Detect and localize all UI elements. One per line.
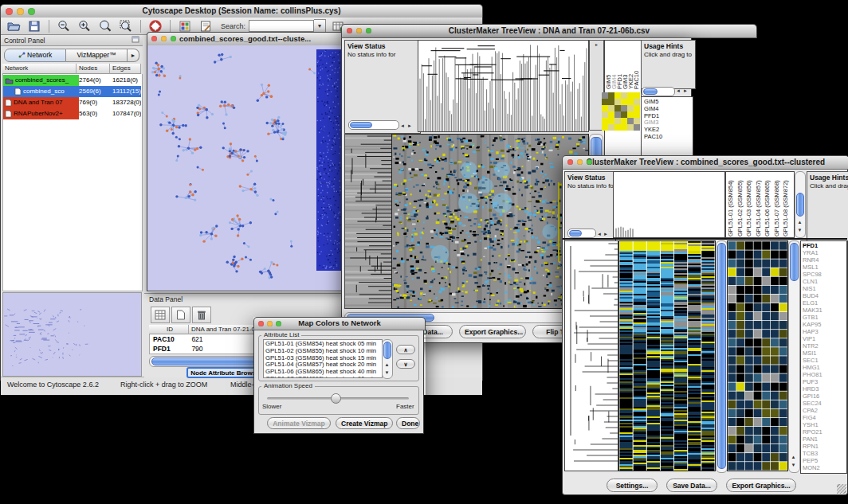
matrix-cell[interactable]: [614, 124, 621, 131]
close-icon[interactable]: [258, 321, 264, 326]
animate-vizmap-button[interactable]: Animate Vizmap: [267, 417, 331, 429]
column-label[interactable]: GPL51-02 (GSM855): [737, 173, 747, 236]
gene-label[interactable]: RNR4: [801, 256, 846, 264]
close-icon[interactable]: [6, 8, 13, 15]
gene-label[interactable]: PEP5: [801, 457, 846, 464]
open-file-icon[interactable]: [5, 18, 22, 34]
move-down-button[interactable]: ∨: [396, 359, 415, 369]
close-icon[interactable]: [151, 36, 157, 41]
delete-attribute-icon[interactable]: [192, 307, 211, 323]
column-label[interactable]: GPL51-06 (GSM865): [764, 173, 774, 236]
gene-label[interactable]: HMG1: [801, 364, 846, 371]
search-input[interactable]: [249, 20, 314, 32]
view-status-scrollbar[interactable]: [567, 229, 596, 238]
attribute-item[interactable]: GPL51-04 (GSM857) heat shock 20 min: [264, 361, 382, 369]
matrix-cell[interactable]: [621, 99, 627, 105]
matrix-cell[interactable]: [602, 105, 608, 111]
attribute-item[interactable]: GPL51-02 (GSM855) heat shock 10 min: [264, 348, 382, 355]
minimize-icon[interactable]: [577, 159, 583, 165]
attribute-list-scrollbar[interactable]: ▲ ▼: [382, 339, 393, 379]
column-label[interactable]: GPL51-04 (GSM857): [756, 173, 765, 236]
animation-slider-thumb[interactable]: [331, 393, 341, 404]
data-column-id[interactable]: ID: [149, 325, 189, 334]
scroll-left-icon[interactable]: ◄: [399, 122, 406, 130]
maximize-icon[interactable]: [28, 8, 35, 15]
tab-vizmapper[interactable]: VizMapper™: [66, 49, 128, 62]
treeview1-row-dendrogram[interactable]: [344, 134, 392, 309]
scroll-up-icon[interactable]: ▲: [383, 361, 391, 369]
gene-label[interactable]: HAP3: [801, 328, 846, 335]
done-button[interactable]: Done: [396, 417, 420, 429]
matrix-cell[interactable]: [602, 92, 608, 99]
treeview1-heatmap[interactable]: [391, 134, 589, 309]
treeview2-zoom-heatmap[interactable]: [727, 240, 788, 471]
export-graphics-button[interactable]: Export Graphics...: [459, 325, 526, 338]
minimize-icon[interactable]: [161, 36, 167, 41]
network-row-dna-tran[interactable]: DNA and Tran 07 769(0) 183728(0): [3, 97, 141, 108]
gene-label[interactable]: HRD3: [801, 385, 846, 393]
matrix-cell[interactable]: [627, 99, 634, 105]
labels-pane-vscrollbar[interactable]: ▲ ▼: [795, 171, 806, 238]
gene-label[interactable]: MSI1: [801, 350, 846, 357]
column-header-edges[interactable]: Edges: [110, 64, 141, 74]
gene-label[interactable]: PFD1: [801, 242, 846, 249]
attribute-item[interactable]: GPL51-03 (GSM856) heat shock 15 min: [264, 355, 382, 362]
treeview2-column-dendrogram-area[interactable]: [613, 171, 725, 238]
column-header-nodes[interactable]: Nodes: [77, 64, 110, 74]
gene-label[interactable]: CLN1: [801, 278, 846, 285]
zoom-selected-icon[interactable]: [117, 18, 135, 34]
gene-label[interactable]: PUF3: [801, 378, 846, 385]
settings-button[interactable]: Settings...: [607, 479, 658, 492]
matrix-cell[interactable]: [608, 118, 614, 124]
gene-label[interactable]: CPA2: [801, 407, 846, 414]
network-canvas[interactable]: [147, 45, 344, 291]
matrix-cell[interactable]: [627, 92, 634, 99]
matrix-cell[interactable]: [614, 105, 621, 111]
gene-label[interactable]: RPO21: [801, 428, 846, 436]
network-row-combined-sco-selected[interactable]: combined_sco 2569(6) 13112(15): [3, 86, 141, 97]
zoom-fit-icon[interactable]: [96, 18, 114, 34]
scroll-down-icon[interactable]: ▼: [790, 461, 797, 469]
matrix-cell[interactable]: [627, 124, 634, 131]
treeview2-row-dendrogram[interactable]: [564, 240, 618, 471]
usage-hints-scrollbar[interactable]: [642, 87, 675, 96]
gene-label[interactable]: RPN1: [801, 443, 846, 450]
search-dropdown-icon[interactable]: ▾: [314, 19, 326, 33]
similarity-matrix[interactable]: [602, 92, 640, 131]
matrix-cell[interactable]: [602, 111, 608, 118]
column-label[interactable]: YKE2: [628, 41, 634, 89]
matrix-cell[interactable]: [608, 111, 614, 118]
column-label[interactable]: GPL51-08 (GSM872): [783, 173, 792, 236]
matrix-cell[interactable]: [634, 92, 640, 99]
attribute-item[interactable]: GPL51-07 (GSM868) heat shock 60 min: [264, 376, 382, 378]
gene-label[interactable]: PAN1: [801, 436, 846, 443]
matrix-cell[interactable]: [602, 99, 608, 105]
treeview2-heatmap[interactable]: [618, 240, 716, 471]
column-label[interactable]: GPL51-07 (GSM868): [774, 173, 783, 236]
matrix-cell[interactable]: [621, 105, 627, 111]
gene-label[interactable]: BUD4: [801, 292, 846, 299]
float-panel-icon[interactable]: [132, 36, 139, 45]
close-icon[interactable]: [567, 159, 573, 165]
gene-label[interactable]: GTB1: [801, 314, 846, 321]
gene-label[interactable]: MSL1: [801, 264, 846, 271]
gene-label[interactable]: YSH1: [801, 421, 846, 428]
column-label[interactable]: GPL51-03 (GSM856): [746, 173, 756, 236]
matrix-cell[interactable]: [627, 111, 634, 118]
close-icon[interactable]: [347, 28, 352, 33]
gene-label[interactable]: NTR2: [801, 342, 846, 350]
treeview2-vscrollbar[interactable]: [716, 240, 728, 473]
maximize-icon[interactable]: [276, 321, 281, 326]
gene-label[interactable]: TCB3: [801, 450, 846, 457]
tiny-arrow-icon[interactable]: ▸: [595, 42, 598, 47]
matrix-cell[interactable]: [634, 105, 640, 111]
zoom-pane-vscrollbar[interactable]: ▲ ▼: [788, 240, 800, 473]
matrix-cell[interactable]: [627, 105, 634, 111]
create-vizmap-button[interactable]: Create Vizmap: [336, 417, 393, 429]
dialog-titlebar[interactable]: Map Colors to Network: [253, 317, 426, 330]
matrix-cell[interactable]: [608, 92, 614, 99]
scroll-down-icon[interactable]: ▼: [796, 226, 803, 234]
treeview1-column-dendrogram[interactable]: [418, 40, 589, 132]
tab-network[interactable]: Network: [4, 49, 66, 62]
scroll-right-icon[interactable]: ►: [603, 230, 609, 238]
